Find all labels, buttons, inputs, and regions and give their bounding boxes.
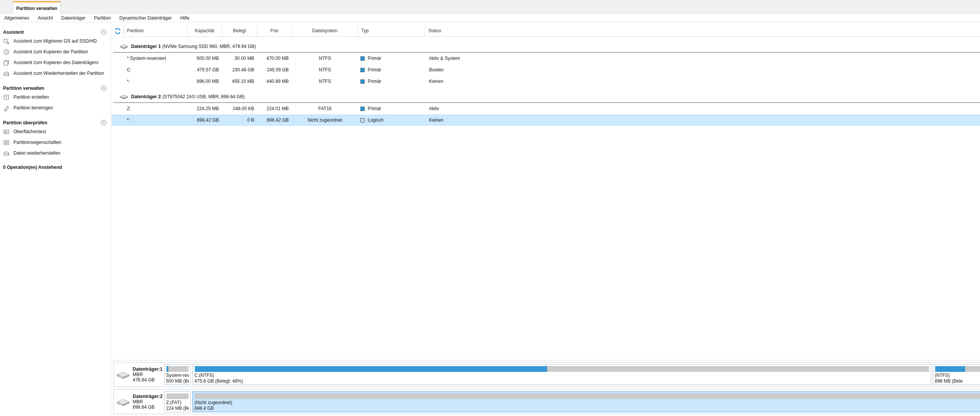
used-cell: 0 B: [222, 117, 257, 123]
disk-group-info: (ST975042 2AS USB, MBR, 698.64 GB): [162, 94, 245, 99]
disk-block-unallocated-selected[interactable]: (Nicht zugeordnet) 698.4 GB: [192, 391, 980, 412]
sidebar-item-label: Partition bereinigen: [13, 105, 53, 111]
column-header-dateisystem[interactable]: Dateisystem: [292, 25, 358, 37]
status-cell: Keinen: [425, 117, 980, 123]
sidebar-section-partition-ueberpruefen: Partition überprüfen: [0, 113, 111, 126]
free-cell: 245.09 GB: [257, 67, 292, 73]
used-cell: 248.00 KB: [222, 106, 257, 111]
sidebar-item-copy-partition[interactable]: Assistent zum Kopieren der Partition: [0, 46, 111, 57]
disk-3d-icon: [116, 370, 130, 379]
clean-partition-icon: [3, 105, 10, 111]
column-header-typ[interactable]: Typ: [358, 25, 425, 37]
free-cell: 224.01 MB: [257, 106, 292, 111]
section-title: Assistent: [3, 30, 24, 35]
partition-cell: *:System-reserviert: [124, 56, 187, 61]
disk-panel-1: Datenträger:1 MBR 476.94 GB System-reser…: [113, 362, 980, 387]
disk-size: 476.94 GB: [133, 377, 163, 383]
table-row[interactable]: *: 896.00 MB 455.10 MB 440.89 MB NTFS Pr…: [112, 76, 980, 87]
disk-icon: [120, 94, 128, 99]
capacity-cell: 224.25 MB: [187, 106, 222, 111]
menu-dynamischer-datentraeger[interactable]: Dynamischer Datenträger: [115, 14, 176, 22]
status-cell: Aktiv & System: [425, 56, 980, 61]
table-row-selected[interactable]: *: 698.42 GB 0 B 698.42 GB Nicht zugeord…: [112, 114, 980, 126]
block-size: 896 MB (Bele: [935, 378, 980, 384]
sidebar-item-surface-test[interactable]: Oberflächentest: [0, 126, 111, 137]
recover-data-icon: [3, 150, 10, 157]
partition-cell: *:: [124, 117, 187, 123]
table-row[interactable]: Z: 224.25 MB 248.00 KB 224.01 MB FAT16 P…: [112, 103, 980, 114]
refresh-cell[interactable]: [112, 25, 124, 37]
sidebar-item-label: Assistent zum Migrieren OS auf SSD/HD: [13, 38, 97, 44]
block-label: System-reser: [166, 373, 189, 378]
disk-block-c[interactable]: C:(NTFS) 475.6 GB (Belegt: 48%): [192, 364, 931, 385]
sidebar-item-copy-disk[interactable]: Assistent zum Kopieren des Datenträgers: [0, 57, 111, 68]
sidebar-item-clean-partition[interactable]: Partition bereinigen: [0, 102, 111, 113]
free-cell: 440.89 MB: [257, 79, 292, 84]
collapse-chevron-icon[interactable]: [101, 29, 107, 35]
filesystem-cell: Nicht zugeordnet: [292, 117, 358, 123]
block-label: (NTFS): [935, 373, 980, 378]
disk-block-ntfs[interactable]: (NTFS) 896 MB (Bele: [933, 364, 980, 385]
capacity-cell: 500.00 MB: [187, 56, 222, 61]
type-cell: Primär: [368, 56, 381, 61]
table-row[interactable]: *:System-reserviert 500.00 MB 30.00 MB 4…: [112, 53, 980, 64]
usage-bar: [935, 366, 980, 372]
collapse-chevron-icon[interactable]: [101, 120, 107, 125]
sidebar-item-partition-properties[interactable]: Partitionseigenschaften: [0, 137, 111, 148]
filesystem-cell: NTFS: [292, 67, 358, 73]
menu-hilfe[interactable]: Hilfe: [176, 14, 194, 22]
sidebar-item-create-partition[interactable]: Partition erstellen: [0, 92, 111, 102]
block-label: Z:(FAT): [166, 400, 189, 406]
filesystem-cell: NTFS: [292, 79, 358, 84]
block-size: 224 MB (Bele: [166, 406, 189, 411]
sidebar-section-assistent: Assistent: [0, 23, 111, 36]
sidebar-item-recover-data[interactable]: Daten wiederherstellen: [0, 148, 111, 158]
block-size: 500 MB (Bele: [166, 378, 189, 384]
used-cell: 30.00 MB: [222, 56, 257, 61]
copy-partition-icon: [3, 49, 10, 55]
collapse-chevron-icon[interactable]: [101, 85, 107, 91]
sidebar-item-label: Daten wiederherstellen: [13, 150, 61, 156]
table-row[interactable]: C: 475.57 GB 230.48 GB 245.09 GB NTFS Pr…: [112, 64, 980, 76]
tab-partition-verwalten[interactable]: Partition verwalten: [13, 1, 61, 14]
menu-partition[interactable]: Partition: [90, 14, 115, 22]
disk-name: Datenträger:1: [133, 366, 163, 372]
block-label: (Nicht zugeordnet): [194, 400, 980, 406]
disk-map-section: Datenträger:1 MBR 476.94 GB System-reser…: [112, 360, 980, 416]
pending-operations: 0 Operation(en) Anstehend: [0, 165, 111, 170]
tab-strip: Partition verwalten: [0, 0, 980, 14]
sidebar-item-label: Oberflächentest: [13, 129, 46, 134]
create-partition-icon: [3, 94, 10, 101]
capacity-cell: 698.42 GB: [187, 117, 222, 123]
section-title: Partition verwalten: [3, 86, 44, 91]
status-cell: Keinen: [425, 79, 980, 84]
partition-type-icon: [360, 68, 365, 72]
section-title: Partition überprüfen: [3, 120, 47, 125]
disk-size: 698.64 GB: [133, 404, 163, 410]
restore-partition-icon: [3, 70, 10, 77]
column-header-status[interactable]: Status: [425, 25, 980, 37]
free-cell: 698.42 GB: [257, 117, 292, 123]
disk-group-name: Datenträger 2: [131, 94, 161, 99]
partition-type-icon: [360, 107, 365, 111]
column-header-belegt[interactable]: Belegt: [222, 25, 257, 37]
column-header-partition[interactable]: Partition: [124, 25, 187, 37]
used-cell: 455.10 MB: [222, 79, 257, 84]
menu-allgemeines[interactable]: Allgemeines: [0, 14, 33, 22]
partition-type-icon: [360, 79, 365, 84]
column-header-frei[interactable]: Frei: [257, 25, 292, 37]
disk-group-header-2[interactable]: Datenträger 2 (ST975042 2AS USB, MBR, 69…: [112, 91, 980, 102]
sidebar-item-migrate-os[interactable]: Assistent zum Migrieren OS auf SSD/HD: [0, 36, 111, 46]
disk-block-system-reserved[interactable]: System-reser 500 MB (Bele: [164, 364, 191, 385]
menu-datentraeger[interactable]: Datenträger: [57, 14, 90, 22]
column-header-kapazitaet[interactable]: Kapazität: [187, 25, 222, 37]
menu-ansicht[interactable]: Ansicht: [33, 14, 57, 22]
disk-group-header-1[interactable]: Datenträger 1 (NVMe Samsung SSD 960, MBR…: [112, 41, 980, 52]
usage-bar: [166, 366, 189, 372]
sidebar-item-label: Partitionseigenschaften: [13, 140, 61, 145]
partition-type-icon: [360, 56, 365, 61]
sidebar-item-restore-partition[interactable]: Assistent zum Wiederherstellen der Parti…: [0, 68, 111, 79]
tab-label: Partition verwalten: [16, 6, 57, 11]
disk-group-name: Datenträger 1: [131, 44, 161, 49]
disk-block-z[interactable]: Z:(FAT) 224 MB (Bele: [164, 391, 191, 412]
